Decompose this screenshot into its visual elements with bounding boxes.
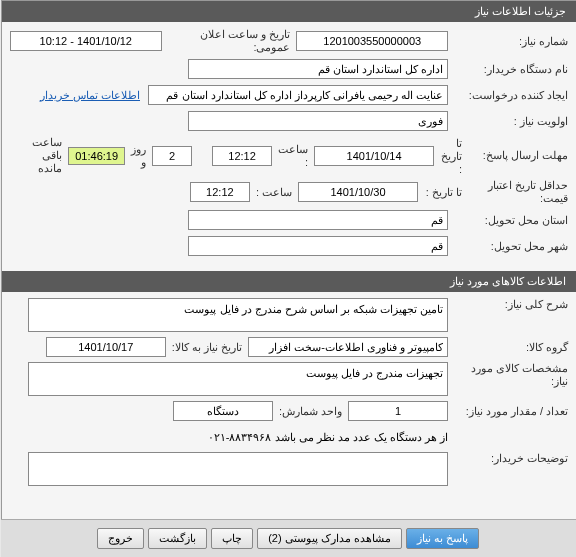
city-input[interactable] [187, 236, 447, 256]
province-label: استان محل تحویل: [447, 214, 567, 227]
need-no-label: شماره نیاز: [447, 35, 567, 48]
exit-button[interactable]: خروج [96, 528, 143, 549]
reply-time-input[interactable] [211, 146, 271, 166]
unit-label: واحد شمارش: [272, 405, 347, 418]
print-button[interactable]: چاپ [210, 528, 252, 549]
section1-body: شماره نیاز: تاریخ و ساعت اعلان عمومی: نا… [1, 22, 575, 267]
reply-date-input[interactable] [313, 146, 433, 166]
days-label: روز و [124, 143, 151, 169]
need-no-input[interactable] [295, 31, 447, 51]
creator-label: ایجاد کننده درخواست: [447, 89, 567, 102]
desc-label: شرح کلی نیاز: [447, 298, 567, 311]
time-label-2: ساعت : [249, 186, 297, 199]
back-button[interactable]: بازگشت [147, 528, 206, 549]
unit-input[interactable] [172, 401, 272, 421]
credit-date-input[interactable] [297, 182, 417, 202]
days-input[interactable] [151, 146, 191, 166]
credit-deadline-label: حداقل تاریخ اعتبار قیمت: [467, 179, 567, 205]
desc-textarea[interactable] [27, 298, 447, 332]
priority-input[interactable] [187, 111, 447, 131]
buyer-note-label: توضیحات خریدار: [447, 452, 567, 465]
publish-label: تاریخ و ساعت اعلان عمومی: [161, 28, 296, 54]
city-label: شهر محل تحویل: [447, 240, 567, 253]
group-label: گروه کالا: [447, 341, 567, 354]
priority-label: اولویت نیاز : [447, 115, 567, 128]
attachments-button[interactable]: مشاهده مدارک پیوستی (2) [256, 528, 401, 549]
specs-textarea[interactable] [27, 362, 447, 396]
to-date-label-2: تا تاریخ : [417, 186, 467, 199]
buyer-label: نام دستگاه خریدار: [447, 63, 567, 76]
time-label-1: ساعت : [271, 143, 313, 168]
creator-input[interactable] [147, 85, 447, 105]
details-window: جزئیات اطلاعات نیاز شماره نیاز: تاریخ و … [0, 0, 576, 557]
section2-body: شرح کلی نیاز: گروه کالا: تاریخ نیاز به ک… [1, 292, 575, 496]
footer-bar: پاسخ به نیاز مشاهده مدارک پیوستی (2) چاپ… [0, 519, 575, 557]
qty-input[interactable] [347, 401, 447, 421]
buyer-note-textarea[interactable] [27, 452, 447, 486]
remaining-time: 01:46:19 [67, 147, 124, 165]
reply-button[interactable]: پاسخ به نیاز [405, 528, 478, 549]
to-date-label-1: تا تاریخ : [433, 137, 467, 175]
province-input[interactable] [187, 210, 447, 230]
need-date-label: تاریخ نیاز به کالا: [165, 341, 247, 354]
contact-link[interactable]: اطلاعات تماس خریدار [39, 89, 139, 102]
qty-label: تعداد / مقدار مورد نیاز: [447, 405, 567, 418]
section2-header: اطلاعات کالاهای مورد نیاز [1, 271, 575, 292]
need-date-input[interactable] [45, 337, 165, 357]
buyer-input[interactable] [187, 59, 447, 79]
group-input[interactable] [247, 337, 447, 357]
reply-deadline-label: مهلت ارسال پاسخ: [467, 149, 567, 162]
window-title: جزئیات اطلاعات نیاز [1, 1, 575, 22]
publish-input[interactable] [9, 31, 161, 51]
specs-label: مشخصات کالای مورد نیاز: [447, 362, 567, 388]
remaining-label: ساعت باقی مانده [9, 136, 67, 175]
extra-text: از هر دستگاه یک عدد مد نظر می باشد ۸۸۳۴۹… [207, 431, 447, 444]
credit-time-input[interactable] [189, 182, 249, 202]
